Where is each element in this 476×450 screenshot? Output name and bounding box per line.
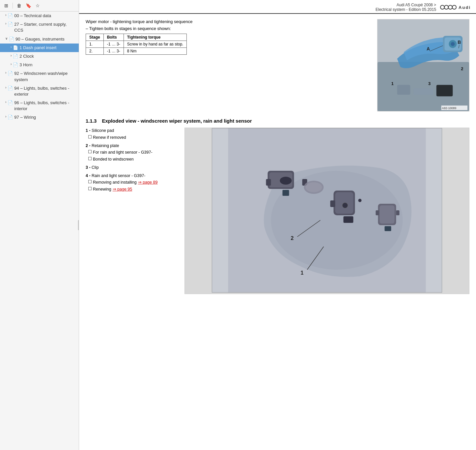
expand-arrow-97: ›	[5, 114, 6, 119]
delete-icon[interactable]: 🗑	[15, 2, 23, 9]
part-4-name: Rain and light sensor - G397-	[92, 173, 145, 178]
link-page89[interactable]: ⇒ page 89	[138, 179, 158, 186]
svg-text:A92-10089: A92-10089	[442, 106, 457, 110]
toolbar-separator-1	[13, 3, 13, 9]
svg-text:A: A	[427, 46, 430, 51]
doc-icon-94: 📄	[8, 85, 13, 91]
doc-icon-90-3: 📄	[13, 62, 18, 68]
sidebar-collapse-button[interactable]: ◀	[78, 220, 79, 230]
exploded-view-image: 2 1	[184, 128, 469, 294]
torque-table: Stage Bolts Tightening torque 1. -1 … 3-…	[86, 34, 187, 55]
part-2-sub-text-2: Bonded to windscreen	[93, 156, 134, 163]
svg-rect-31	[330, 200, 335, 207]
row1-stage: 1.	[86, 41, 104, 48]
part-1-sub-text-1: Renew if removed	[93, 135, 126, 141]
doc-icon-90-1: 📄	[13, 45, 18, 51]
expand-arrow-90: ∨	[5, 36, 8, 41]
svg-rect-2	[378, 62, 469, 111]
bookmark-icon[interactable]: ☆	[34, 2, 41, 9]
part-2-number: 2 -	[86, 143, 92, 148]
svg-rect-37	[376, 210, 379, 215]
nav-label-92: 92 – Windscreen wash/wipe system	[14, 71, 76, 82]
svg-rect-15	[413, 88, 433, 95]
header-title: Audi A5 Coupé 2008 >	[376, 3, 436, 7]
doc-icon-00: 📄	[8, 13, 13, 19]
page-header: Audi A5 Coupé 2008 > Electrical system -…	[79, 0, 476, 14]
bookmark-add-icon[interactable]: 🔖	[25, 2, 32, 9]
nav-label-00: 00 – Technical data	[14, 13, 76, 19]
part-1-sub-1: Renew if removed	[86, 135, 178, 141]
audi-ring-4	[452, 5, 457, 10]
heading-number: 1.1.3	[86, 118, 97, 124]
nav-label-97: 97 – Wiring	[14, 114, 76, 120]
nav-label-27: 27 – Starter, current supply, CCS	[14, 21, 76, 33]
doc-icon-97: 📄	[8, 114, 13, 120]
nav-item-90-3[interactable]: › 📄 3 Horn	[0, 61, 79, 69]
svg-text:B: B	[458, 40, 461, 45]
svg-point-26	[280, 177, 292, 185]
row2-torque: 8 Nm	[124, 48, 187, 55]
nav-label-90-1: 1 Dash panel insert	[19, 45, 76, 51]
part-3-label: 3 - Clip	[86, 165, 178, 171]
svg-point-33	[343, 203, 348, 208]
nav-item-90-1[interactable]: › 📄 1 Dash panel insert	[0, 44, 79, 52]
wiper-motor-svg: A B 1 2 3 A92-10089	[378, 19, 469, 111]
nav-label-94: 94 – Lights, bulbs, switches - exterior	[14, 85, 76, 97]
nav-item-97[interactable]: › 📄 97 – Wiring	[0, 113, 79, 122]
expand-arrow-92: ›	[5, 71, 6, 75]
svg-point-28	[306, 182, 322, 192]
part-4-sub-text-1: Removing and installing	[93, 179, 137, 186]
torque-text: Wiper motor - tightening torque and tigh…	[86, 19, 371, 111]
nav-label-90-3: 3 Horn	[19, 62, 76, 68]
grid-icon[interactable]: ⊞	[3, 2, 10, 9]
nav-item-90[interactable]: ∨ 📄 90 – Gauges, instruments	[0, 35, 79, 44]
part-4-number: 4 -	[86, 173, 92, 178]
row2-stage: 2.	[86, 48, 104, 55]
part-1-number: 1 -	[86, 128, 92, 133]
torque-title: Wiper motor - tightening torque and tigh…	[86, 19, 371, 24]
nav-label-96: 96 – Lights, bulbs, switches - interior	[14, 100, 76, 112]
part-2-sub-2: Bonded to windscreen	[86, 156, 178, 163]
part-item-2: 2 - Retaining plate For rain and light s…	[86, 143, 178, 163]
torque-instruction: – Tighten bolts in stages in sequence sh…	[86, 26, 371, 31]
table-row-1: 1. -1 … 3- Screw in by hand as far as st…	[86, 41, 187, 48]
doc-icon-96: 📄	[8, 100, 13, 106]
part-1-label: 1 - Silicone pad	[86, 128, 178, 134]
exploded-section-heading: 1.1.3 Exploded view - windscreen wiper s…	[86, 118, 469, 124]
link-page95[interactable]: ⇒ page 95	[113, 186, 132, 193]
header-title-group: Audi A5 Coupé 2008 > Electrical system -…	[376, 3, 436, 12]
part-1-name: Silicone pad	[92, 128, 114, 133]
nav-item-90-2[interactable]: › 📄 2 Clock	[0, 52, 79, 61]
part-2-name: Retaining plate	[92, 143, 119, 148]
part-3-number: 3 -	[86, 165, 92, 170]
col-header-bolts: Bolts	[103, 34, 124, 41]
sidebar: ⊞ 🗑 🔖 ☆ › 📄 00 – Technical data › 📄 27 –…	[0, 0, 79, 450]
col-header-torque: Tightening torque	[124, 34, 187, 41]
part-item-4: 4 - Rain and light sensor - G397- Removi…	[86, 173, 178, 193]
nav-item-27[interactable]: › 📄 27 – Starter, current supply, CCS	[0, 20, 79, 35]
row1-torque: Screw in by hand as far as stop.	[124, 41, 187, 48]
nav-label-90-2: 2 Clock	[19, 53, 76, 59]
doc-icon-27: 📄	[8, 21, 13, 27]
expand-arrow-90-3: ›	[11, 62, 12, 67]
audi-brand-text: Audi	[459, 5, 471, 10]
nav-item-00[interactable]: › 📄 00 – Technical data	[0, 12, 79, 20]
svg-rect-25	[283, 190, 289, 196]
parts-list: 1 - Silicone pad Renew if removed 2 - Re…	[86, 128, 178, 294]
expand-arrow-96: ›	[5, 100, 6, 105]
part-2-label: 2 - Retaining plate	[86, 143, 178, 149]
nav-item-94[interactable]: › 📄 94 – Lights, bulbs, switches - exter…	[0, 84, 79, 99]
expand-arrow-27: ›	[5, 21, 6, 26]
checkbox-icon-4a	[88, 180, 92, 183]
expand-arrow-94: ›	[5, 85, 6, 90]
part-2-sub-text-1: For rain and light sensor - G397-	[93, 149, 153, 156]
nav-item-96[interactable]: › 📄 96 – Lights, bulbs, switches - inter…	[0, 99, 79, 113]
header-subtitle: Electrical system - Edition 05.2015	[376, 7, 436, 12]
wiper-motor-image: A B 1 2 3 A92-10089	[377, 19, 469, 111]
nav-item-92[interactable]: › 📄 92 – Windscreen wash/wipe system	[0, 69, 79, 84]
part-item-3: 3 - Clip	[86, 165, 178, 171]
part-3-name: Clip	[92, 165, 99, 170]
row2-bolts: -1 … 3-	[103, 48, 124, 55]
expand-arrow-00: ›	[5, 13, 6, 17]
nav-label-90: 90 – Gauges, instruments	[15, 36, 76, 42]
